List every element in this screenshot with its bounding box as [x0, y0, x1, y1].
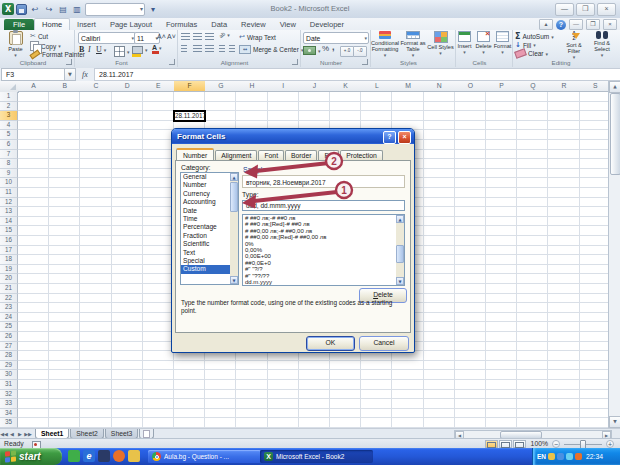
row-header-14[interactable]: 14 — [0, 217, 18, 227]
orientation-button[interactable]: ab▾ — [219, 32, 230, 38]
row-header-34[interactable]: 34 — [0, 409, 18, 419]
scroll-up-icon[interactable]: ▲ — [230, 173, 238, 181]
normal-view-button[interactable] — [485, 440, 498, 448]
tray-update-icon[interactable] — [575, 453, 582, 460]
decrease-decimal-button[interactable]: -.0 — [353, 46, 367, 57]
fill-button[interactable]: ↓Fill▾ — [515, 41, 536, 49]
language-indicator[interactable]: EN — [537, 453, 546, 460]
row-header-5[interactable]: 5 — [0, 130, 18, 140]
row-header-10[interactable]: 10 — [0, 178, 18, 188]
row-header-31[interactable]: 31 — [0, 380, 18, 390]
internet-explorer-icon[interactable]: e — [83, 450, 95, 462]
name-box-dropdown-icon[interactable]: ▼ — [65, 68, 76, 81]
workbook-close-button[interactable]: × — [603, 19, 617, 30]
category-listbox[interactable]: GeneralNumberCurrencyAccountingDateTimeP… — [180, 172, 239, 285]
format-as-table-button[interactable]: Format as Table▾ — [399, 31, 427, 58]
bold-button[interactable]: B — [79, 45, 84, 54]
alignment-dialog-launcher[interactable] — [292, 59, 298, 65]
app-dark-icon[interactable] — [98, 450, 110, 462]
formula-input[interactable]: 28.11.2017 — [94, 68, 620, 81]
row-header-11[interactable]: 11 — [0, 188, 18, 198]
column-header-N[interactable]: N — [424, 81, 456, 92]
firefox-icon[interactable] — [113, 450, 125, 462]
column-header-C[interactable]: C — [80, 81, 112, 92]
ok-button[interactable]: OK — [306, 336, 355, 351]
copy-button[interactable]: Copy▾ — [30, 41, 61, 51]
merge-center-button[interactable]: ↔Merge & Center▾ — [239, 45, 303, 54]
row-header-24[interactable]: 24 — [0, 313, 18, 323]
prev-sheet-icon[interactable]: ◀ — [8, 431, 16, 437]
vertical-scrollbar[interactable]: ▲ ▼ — [608, 81, 620, 428]
minimize-button[interactable]: — — [555, 3, 574, 16]
restore-button[interactable]: ❒ — [576, 3, 595, 16]
column-header-O[interactable]: O — [455, 81, 487, 92]
row-header-28[interactable]: 28 — [0, 351, 18, 361]
number-dialog-launcher[interactable] — [362, 59, 368, 65]
row-header-26[interactable]: 26 — [0, 332, 18, 342]
dialog-tab-alignment[interactable]: Alignment — [215, 150, 257, 160]
vertical-scroll-thumb[interactable] — [610, 93, 620, 175]
dialog-title[interactable]: Format Cells — [172, 129, 414, 144]
row-header-18[interactable]: 18 — [0, 255, 18, 265]
tray-network-icon[interactable] — [566, 453, 573, 460]
last-sheet-icon[interactable]: ▶▶ — [24, 431, 32, 437]
app-green-icon[interactable] — [68, 450, 80, 462]
column-header-P[interactable]: P — [486, 81, 518, 92]
scroll-thumb[interactable] — [230, 182, 238, 212]
dialog-tab-protection[interactable]: Protection — [340, 150, 383, 160]
cut-button[interactable]: ✂Cut — [30, 32, 48, 40]
row-header-23[interactable]: 23 — [0, 303, 18, 313]
format-cells-button[interactable]: Format▾ — [493, 31, 512, 58]
column-header-M[interactable]: M — [392, 81, 424, 92]
row-header-1[interactable]: 1 — [0, 92, 18, 102]
row-header-25[interactable]: 25 — [0, 322, 18, 332]
scroll-down-icon[interactable]: ▼ — [230, 276, 238, 284]
collapse-ribbon-icon[interactable]: ▴ — [539, 19, 553, 30]
format-code-item-10[interactable]: dd.m.yyyy — [243, 279, 404, 285]
scroll-down-icon[interactable]: ▼ — [396, 277, 404, 285]
row-header-16[interactable]: 16 — [0, 236, 18, 246]
wrap-text-button[interactable]: ↩Wrap Text — [239, 33, 276, 41]
scroll-down-icon[interactable]: ▼ — [609, 416, 620, 428]
next-sheet-icon[interactable]: ▶ — [16, 431, 24, 437]
row-header-21[interactable]: 21 — [0, 284, 18, 294]
scroll-up-icon[interactable]: ▲ — [396, 215, 404, 223]
dialog-close-button[interactable]: × — [398, 131, 411, 144]
dialog-help-button[interactable]: ? — [383, 131, 396, 144]
row-header-6[interactable]: 6 — [0, 140, 18, 150]
scroll-up-icon[interactable]: ▲ — [609, 81, 620, 93]
conditional-formatting-button[interactable]: Conditional Formatting▾ — [371, 31, 399, 58]
list-scrollbar[interactable]: ▲▼ — [396, 215, 404, 285]
start-button[interactable]: start — [0, 448, 62, 465]
font-color-button[interactable]: A▾ — [152, 44, 162, 51]
column-header-J[interactable]: J — [299, 81, 331, 92]
increase-indent-button[interactable] — [229, 45, 238, 52]
row-header-12[interactable]: 12 — [0, 198, 18, 208]
cell-styles-button[interactable]: Cell Styles▾ — [427, 31, 454, 58]
autosum-button[interactable]: ΣAutoSum▾ — [515, 32, 554, 41]
column-header-D[interactable]: D — [112, 81, 144, 92]
dialog-tab-font[interactable]: Font — [258, 150, 284, 160]
top-align-button[interactable] — [181, 33, 190, 40]
percent-style-button[interactable]: % — [322, 44, 329, 53]
font-name-combobox[interactable]: Calibri▾ — [78, 32, 136, 44]
row-header-29[interactable]: 29 — [0, 361, 18, 371]
type-input[interactable]: ddd, dd.mmm.yyyy — [242, 200, 405, 211]
clipboard-dialog-launcher[interactable] — [66, 59, 72, 65]
row-header-22[interactable]: 22 — [0, 294, 18, 304]
underline-button[interactable]: U▾ — [96, 45, 106, 54]
grow-font-button[interactable]: A˄ — [157, 33, 166, 40]
close-button[interactable]: × — [597, 3, 616, 16]
help-icon[interactable]: ? — [556, 20, 566, 30]
column-header-L[interactable]: L — [361, 81, 393, 92]
increase-decimal-button[interactable]: +.0 — [340, 46, 354, 57]
align-left-button[interactable] — [181, 45, 190, 52]
find-select-button[interactable]: Find & Select▾ — [588, 31, 616, 58]
row-header-17[interactable]: 17 — [0, 246, 18, 256]
active-cell-F3[interactable]: 28.11.2017 — [173, 110, 206, 122]
clear-button[interactable]: Clear▾ — [515, 50, 548, 57]
insert-function-button[interactable]: fx — [76, 70, 94, 79]
workbook-restore-button[interactable]: ❒ — [586, 19, 600, 30]
column-header-F[interactable]: F — [174, 81, 206, 92]
accounting-format-button[interactable]: ▾ — [303, 46, 321, 55]
